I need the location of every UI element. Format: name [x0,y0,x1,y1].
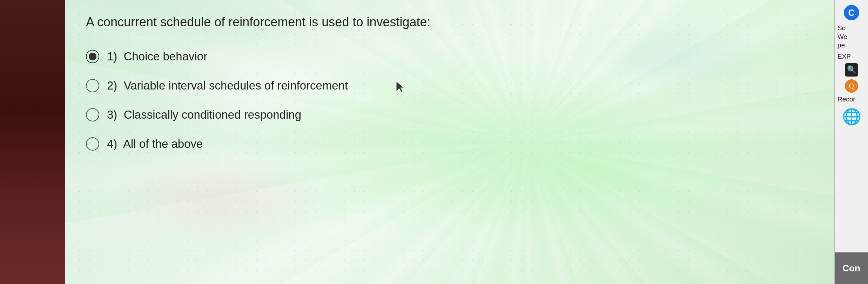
right-panel-top-icon[interactable]: C [844,5,859,20]
right-panel-pe-line3: pe [837,41,866,50]
option-item-4[interactable]: 4) All of the above [86,137,813,151]
option-number-4: 4) [107,137,117,150]
right-panel-search-icon-2[interactable]: Q [845,79,858,93]
radio-button-3[interactable] [86,108,99,121]
option-label-3: 3) Classically conditioned responding [107,108,301,121]
option-item-2[interactable]: 2) Variable interval schedules of reinfo… [86,79,813,92]
options-list: 1) Choice behavior 2) Variable interval … [86,50,813,151]
right-panel-top-label: C [848,7,855,18]
main-content-area: A concurrent schedule of reinforcement i… [65,0,834,284]
option-number-1: 1) [107,50,117,63]
right-panel-sc-line1: Sc [837,24,866,33]
bottom-right-con-box: Con [835,252,868,284]
option-number-3: 3) [107,108,117,121]
globe-icon[interactable]: 🌐 [842,107,861,126]
radio-inner-1 [89,53,96,60]
option-label-1: 1) Choice behavior [107,50,207,63]
left-sidebar-panel [0,0,65,284]
radio-button-2[interactable] [86,79,99,92]
option-item-1[interactable]: 1) Choice behavior [86,50,813,63]
question-text: A concurrent schedule of reinforcement i… [86,14,813,31]
option-item-3[interactable]: 3) Classically conditioned responding [86,108,813,121]
right-panel-we-line2: We [837,33,866,41]
main-divider [834,0,835,284]
right-sidebar-panel: C Sc We pe EXP 🔍 Q Recor 🌐 [835,0,868,284]
option-label-4: 4) All of the above [107,137,203,151]
right-panel-text-sc: Sc We pe [837,24,866,50]
radio-button-1[interactable] [86,50,99,63]
bottom-right-con-text: Con [842,263,860,274]
option-number-2: 2) [107,79,117,92]
right-panel-recor-label: Recor [837,95,866,103]
right-panel-exp-label: EXP [837,53,866,60]
right-panel-search-icon-1[interactable]: 🔍 [845,63,858,77]
radio-button-4[interactable] [86,137,99,151]
option-label-2: 2) Variable interval schedules of reinfo… [107,79,348,92]
